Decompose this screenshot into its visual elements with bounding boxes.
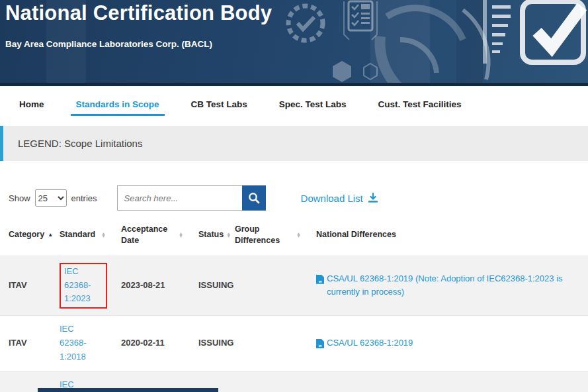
- group-differences-cell: [226, 316, 308, 371]
- tab-spec-test-labs[interactable]: Spec. Test Labs: [278, 87, 348, 121]
- column-header-acceptance-date[interactable]: Acceptance Date ▲▼: [112, 219, 190, 256]
- search-icon: [248, 192, 260, 204]
- national-differences-link[interactable]: CSA/UL 62368-1:2019 (Note: Adoption of I…: [327, 272, 583, 300]
- standard-link[interactable]: IEC 62368-1:2023: [64, 265, 103, 306]
- acceptance-date-cell: 2023-08-21: [112, 256, 190, 315]
- national-differences-cell: w CSA/UL 62368-1:2019: [308, 316, 588, 371]
- sort-icon: ▲▼: [296, 232, 301, 238]
- category-cell: ITAV: [0, 316, 51, 371]
- entries-select[interactable]: 25: [35, 189, 67, 207]
- entries-label: entries: [71, 193, 97, 203]
- download-list-label: Download List: [301, 193, 363, 204]
- legend-label: LEGEND: Scope Limitations: [18, 138, 142, 149]
- acceptance-date-cell: 2020-02-11: [112, 316, 190, 371]
- table-controls: Show 25 entries Download List: [0, 185, 588, 211]
- column-header-national-differences: National Differences: [308, 219, 588, 256]
- sort-icon: ▲▼: [226, 232, 231, 238]
- download-icon: [368, 193, 378, 203]
- national-differences-link[interactable]: CSA/UL 62368-1:2019: [327, 336, 413, 350]
- category-cell: ITAV: [0, 256, 51, 315]
- standard-cell: IEC 62368-1:2023: [51, 256, 112, 315]
- sort-icon: ▲▼: [101, 232, 106, 238]
- sort-ascending-icon: ▲: [48, 232, 53, 238]
- clipboard-check-icon: [483, 0, 583, 64]
- standards-table: Category ▲ Standard ▲▼ Acceptance Date ▲…: [0, 219, 588, 392]
- main-nav: Home Standards in Scope CB Test Labs Spe…: [0, 86, 588, 122]
- table-header-row: Category ▲ Standard ▲▼ Acceptance Date ▲…: [0, 219, 588, 256]
- national-differences-cell: pdf Download: [308, 371, 588, 392]
- status-cell: ISSUING: [190, 316, 226, 371]
- page-subtitle: Bay Area Compliance Laboratories Corp. (…: [5, 39, 212, 49]
- highlight-red-box: IEC 62368-1:2023: [60, 263, 107, 309]
- column-header-group-differences[interactable]: Group Differences ▲▼: [226, 219, 308, 256]
- standard-link[interactable]: IEC 62368-1:2018: [60, 322, 101, 364]
- search-input[interactable]: [117, 185, 242, 211]
- legend-bar[interactable]: LEGEND: Scope Limitations: [0, 126, 588, 161]
- search-button[interactable]: [242, 185, 266, 211]
- doc-file-icon: w: [316, 339, 324, 348]
- table-row: ITAV IEC 62368-1:2018 2020-02-11 ISSUING…: [0, 316, 588, 371]
- list-lines-decoration: [492, 5, 511, 53]
- banner-bottom-strip: [0, 83, 588, 86]
- hexagon-icon: [333, 61, 377, 82]
- horizontal-scrollbar-thumb[interactable]: [38, 388, 218, 392]
- doc-file-icon: w: [316, 275, 324, 284]
- standard-cell: IEC 62368-1:2018: [51, 316, 112, 371]
- page-title: National Certification Body: [5, 1, 272, 25]
- column-header-status[interactable]: Status ▲▼: [190, 219, 226, 256]
- search-box: [117, 185, 266, 211]
- tab-standards-in-scope[interactable]: Standards in Scope: [75, 87, 161, 121]
- page-banner: National Certification Body Bay Area Com…: [0, 0, 588, 86]
- group-differences-cell: [226, 256, 308, 315]
- national-differences-cell: w CSA/UL 62368-1:2019 (Note: Adoption of…: [308, 256, 588, 315]
- sort-icon: ▲▼: [179, 232, 183, 238]
- table-row: ITAV IEC 62368-1:2023 2023-08-21 ISSUING…: [0, 256, 588, 315]
- group-differences-cell: [226, 371, 308, 392]
- tab-cb-test-labs[interactable]: CB Test Labs: [190, 87, 249, 121]
- download-list-link[interactable]: Download List: [301, 193, 378, 204]
- column-header-category[interactable]: Category ▲: [0, 219, 51, 256]
- gear-check-icon: [288, 6, 323, 40]
- tab-cust-test-facilities[interactable]: Cust. Test Facilities: [377, 87, 463, 121]
- column-header-standard[interactable]: Standard ▲▼: [51, 219, 112, 256]
- show-entries-control: Show 25 entries: [9, 189, 97, 207]
- tab-home[interactable]: Home: [18, 87, 46, 121]
- show-label: Show: [9, 193, 30, 203]
- status-cell: ISSUING: [190, 256, 226, 315]
